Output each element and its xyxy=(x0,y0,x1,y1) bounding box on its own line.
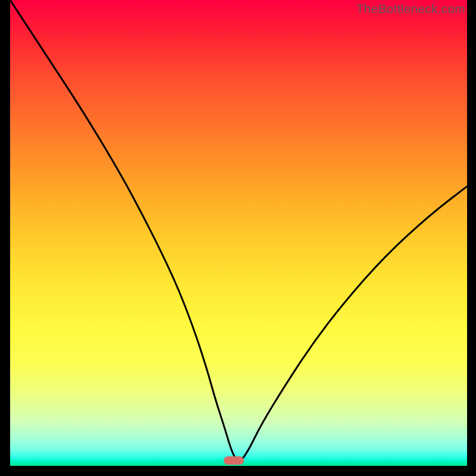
plot-area xyxy=(10,0,467,466)
curve-svg xyxy=(10,0,467,466)
bottleneck-curve-path xyxy=(10,0,467,461)
attribution-label: TheBottleneck.com xyxy=(356,2,465,16)
optimal-point-marker xyxy=(224,456,244,465)
chart-frame: TheBottleneck.com xyxy=(0,0,476,476)
